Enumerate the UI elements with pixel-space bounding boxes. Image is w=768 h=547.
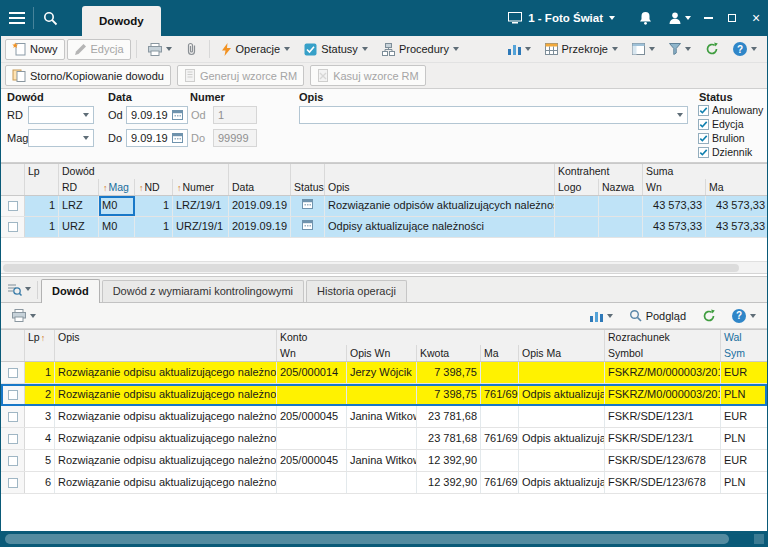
- cell-rozrachunek-symbol[interactable]: FSKRZ/M0/000003/2019: [605, 384, 721, 405]
- col-header-lp[interactable]: Lp: [25, 164, 59, 179]
- cell-konto-wn[interactable]: [277, 472, 347, 493]
- cell-rd[interactable]: URZ: [59, 217, 99, 237]
- status-filter-checkbox[interactable]: Dziennik: [698, 146, 752, 158]
- cell-nd[interactable]: 1: [135, 217, 173, 237]
- col-header-wn[interactable]: Wn: [643, 179, 706, 195]
- edycja-button[interactable]: Edycja: [67, 39, 131, 60]
- maximize-button[interactable]: [721, 0, 743, 36]
- cell-data[interactable]: 2019.09.19: [229, 196, 291, 216]
- attachments-button[interactable]: [180, 39, 204, 60]
- detail-tab-1[interactable]: Dowód: [41, 279, 100, 303]
- detail-tab-3[interactable]: Historia operacji: [306, 280, 407, 302]
- cell-kwota[interactable]: 12 392,90: [417, 450, 481, 471]
- col-header-lp[interactable]: Lp↑: [25, 330, 55, 345]
- row-select[interactable]: [1, 450, 25, 471]
- cell-rozrachunek-symbol[interactable]: FSKR/SDE/123/1: [605, 428, 721, 449]
- user-menu-button[interactable]: [663, 0, 695, 36]
- generuj-wzorce-button[interactable]: Generuj wzorce RM: [177, 65, 304, 86]
- storno-button[interactable]: Storno/Kopiowanie dowodu: [5, 65, 171, 86]
- kasuj-wzorce-button[interactable]: Kasuj wzorce RM: [310, 65, 426, 86]
- notifications-button[interactable]: [629, 0, 661, 36]
- cell-status[interactable]: [291, 196, 325, 216]
- procedury-button[interactable]: Procedury: [376, 39, 465, 60]
- cell-kwota[interactable]: 12 392,90: [417, 472, 481, 493]
- col-header-rd[interactable]: RD: [59, 179, 99, 195]
- menu-button[interactable]: [1, 0, 33, 36]
- cell-opis[interactable]: Rozwiązanie odpisu aktualizującego należ…: [55, 362, 277, 383]
- print-button[interactable]: [142, 39, 178, 60]
- layout-button[interactable]: [626, 39, 661, 60]
- main-grid-row[interactable]: 1URZM01URZ/19/12019.09.19Odpisy aktualiz…: [1, 217, 767, 238]
- cell-numer[interactable]: URZ/19/1: [173, 217, 229, 237]
- group-header-suma[interactable]: Suma: [643, 164, 768, 179]
- cell-opis-wn[interactable]: [347, 428, 417, 449]
- row-checkbox[interactable]: [8, 222, 18, 232]
- cell-opis-wn[interactable]: [347, 384, 417, 405]
- group-header-dowod[interactable]: Dowód: [59, 164, 229, 179]
- cell-konto-wn[interactable]: 205/000045: [277, 450, 347, 471]
- cell-opis[interactable]: Odpisy aktualizujące należności: [325, 217, 555, 237]
- row-select[interactable]: [1, 472, 25, 493]
- cell-status[interactable]: [291, 217, 325, 237]
- detail-grid-row[interactable]: 1Rozwiązanie odpisu aktualizującego nale…: [1, 362, 767, 384]
- col-header-kwota[interactable]: Kwota: [417, 345, 481, 361]
- col-header-numer[interactable]: ↑Numer: [173, 179, 229, 195]
- cell-opis[interactable]: Rozwiązanie odpisu aktualizującego należ…: [55, 406, 277, 427]
- horizontal-scrollbar[interactable]: [1, 261, 767, 274]
- cell-mag[interactable]: M0: [99, 217, 135, 237]
- cell-waluta[interactable]: PLN: [721, 428, 768, 449]
- group-header-rozrachunek[interactable]: Rozrachunek: [605, 330, 721, 345]
- filter-settings-button[interactable]: [663, 39, 697, 60]
- podglad-button[interactable]: Podgląd: [623, 305, 692, 326]
- cell-lp[interactable]: 1: [25, 196, 59, 216]
- cell-konto-wn[interactable]: 205/000014: [277, 362, 347, 383]
- cell-opis-ma[interactable]: Odpis aktualizujący: [519, 428, 605, 449]
- row-select[interactable]: [1, 196, 25, 216]
- cell-konto-wn[interactable]: 205/000045: [277, 406, 347, 427]
- col-header-data[interactable]: Data: [229, 179, 291, 195]
- cell-opis-wn[interactable]: [347, 472, 417, 493]
- col-header-wn[interactable]: Wn: [277, 345, 347, 361]
- cell-konto-ma[interactable]: [481, 450, 519, 471]
- cell-lp[interactable]: 1: [25, 362, 55, 383]
- resize-grip[interactable]: [754, 534, 764, 544]
- cell-opis[interactable]: Rozwiązanie odpisu aktualizującego należ…: [55, 450, 277, 471]
- detail-tab-2[interactable]: Dowód z wymiarami kontrolingowymi: [102, 280, 304, 302]
- col-header-nd[interactable]: ↑ND: [135, 179, 173, 195]
- col-header-opis-wn[interactable]: Opis Wn: [347, 345, 417, 361]
- detail-grid-row[interactable]: 5Rozwiązanie odpisu aktualizującego nale…: [1, 450, 767, 472]
- row-select[interactable]: [1, 384, 25, 405]
- status-filter-checkbox[interactable]: Anulowany: [698, 104, 763, 116]
- row-select[interactable]: [1, 362, 25, 383]
- scrollbar-thumb[interactable]: [3, 264, 739, 272]
- cell-ma[interactable]: 43 573,33: [706, 217, 768, 237]
- cell-kwota[interactable]: 7 398,75: [417, 362, 481, 383]
- cell-numer[interactable]: LRZ/19/1: [173, 196, 229, 216]
- cell-waluta[interactable]: EUR: [721, 450, 768, 471]
- cell-konto-ma[interactable]: [481, 362, 519, 383]
- row-select[interactable]: [1, 406, 25, 427]
- cell-opis-ma[interactable]: [519, 406, 605, 427]
- cell-waluta[interactable]: EUR: [721, 406, 768, 427]
- cell-lp[interactable]: 3: [25, 406, 55, 427]
- row-checkbox[interactable]: [8, 456, 18, 466]
- col-header-ma[interactable]: Ma: [706, 179, 768, 195]
- cell-rozrachunek-symbol[interactable]: FSKRZ/M0/000003/2019: [605, 362, 721, 383]
- detail-search-button[interactable]: [1, 276, 37, 302]
- row-checkbox[interactable]: [8, 368, 18, 378]
- cell-logo[interactable]: [555, 196, 599, 216]
- cell-nd[interactable]: 1: [135, 196, 173, 216]
- cell-lp[interactable]: 5: [25, 450, 55, 471]
- cell-lp[interactable]: 2: [25, 384, 55, 405]
- main-grid-row[interactable]: 1LRZM01LRZ/19/12019.09.19Rozwiązanie odp…: [1, 196, 767, 217]
- cell-opis-ma[interactable]: [519, 362, 605, 383]
- opis-select[interactable]: [299, 106, 688, 124]
- group-header-konto[interactable]: Konto: [277, 330, 605, 345]
- data-od-input[interactable]: 9.09.19: [126, 106, 188, 124]
- numer-od-input[interactable]: 1: [213, 106, 257, 124]
- detail-chart-button[interactable]: [584, 305, 619, 326]
- statusy-button[interactable]: Statusy: [298, 39, 374, 60]
- cell-konto-ma[interactable]: 761/69: [481, 384, 519, 405]
- cell-rd[interactable]: LRZ: [59, 196, 99, 216]
- cell-nazwa[interactable]: [599, 196, 643, 216]
